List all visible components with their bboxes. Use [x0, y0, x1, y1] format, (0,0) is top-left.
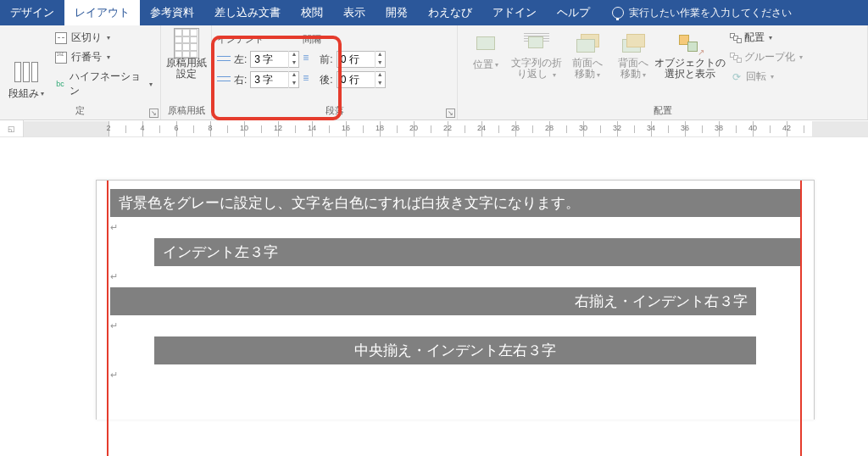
indent-left-icon	[217, 53, 231, 65]
align-icon	[730, 33, 742, 43]
tab-layout[interactable]: レイアウト	[64, 0, 140, 25]
columns-icon	[14, 62, 38, 82]
chevron-down-icon: ▾	[41, 90, 44, 97]
space-before-spinner[interactable]: ▲▼	[337, 51, 386, 68]
genkou-button[interactable]: 原稿用紙 設定	[164, 28, 209, 80]
bring-forward-icon	[575, 31, 600, 55]
page: 背景色をグレーに設定し、文字を白色にすれば白抜き文字になります。 ↵ インデント…	[96, 180, 815, 420]
hyphenation-button[interactable]: bc ハイフネーション▾	[52, 69, 155, 99]
indent-right-spinner[interactable]: ▲▼	[250, 71, 299, 88]
wrap-text-button[interactable]: 文字列の折 り返し ▾	[509, 28, 565, 81]
indent-left-label: 左:	[234, 53, 247, 67]
group-page-setup: 段組み▾ 区切り▾ 行番号▾ bc ハイフネーション▾ 定 ↘	[0, 25, 161, 120]
doc-line-4[interactable]: 中央揃え・インデント左右３字	[154, 336, 756, 364]
send-backward-button[interactable]: 背面へ 移動▾	[610, 28, 656, 81]
paragraph-group-label: 段落	[217, 103, 452, 120]
rotate-icon: ⟳	[730, 70, 743, 84]
arrange-group-label: 配置	[463, 103, 862, 120]
spin-up[interactable]: ▲	[375, 71, 385, 80]
indent-right-label: 右:	[234, 73, 247, 87]
indent-right-input[interactable]	[251, 74, 288, 86]
tab-addins[interactable]: アドイン	[482, 0, 547, 25]
margin-line-right	[800, 181, 802, 456]
genkou-icon	[174, 28, 199, 58]
line-numbers-icon	[55, 52, 67, 64]
indent-left-spinner[interactable]: ▲▼	[250, 51, 299, 68]
align-label: 配置	[744, 31, 765, 45]
ribbon: 段組み▾ 区切り▾ 行番号▾ bc ハイフネーション▾ 定 ↘	[0, 25, 868, 120]
tell-me-label: 実行したい作業を入力してください	[629, 6, 792, 20]
position-label: 位置	[473, 58, 493, 72]
tab-view[interactable]: 表示	[333, 0, 376, 25]
tell-me-search[interactable]: 実行したい作業を入力してください	[600, 0, 792, 25]
group-objects-label: グループ化	[744, 50, 795, 64]
paragraph-mark: ↵	[110, 222, 800, 233]
tab-design[interactable]: デザイン	[0, 0, 64, 25]
doc-line-3[interactable]: 右揃え・インデント右３字	[110, 287, 756, 315]
page-setup-group-label: 定	[5, 103, 155, 120]
spin-up[interactable]: ▲	[288, 71, 298, 80]
spin-down[interactable]: ▼	[288, 59, 298, 68]
chevron-down-icon: ▾	[107, 34, 110, 42]
space-before-label: 前:	[320, 53, 332, 67]
tab-review[interactable]: 校閲	[291, 0, 333, 25]
tab-waenabi[interactable]: わえなび	[418, 0, 482, 25]
chevron-down-icon: ▾	[107, 53, 110, 61]
spin-up[interactable]: ▲	[288, 51, 298, 59]
send-backward-icon	[620, 31, 646, 55]
document-area[interactable]: 背景色をグレーに設定し、文字を白色にすれば白抜き文字になります。 ↵ インデント…	[0, 137, 868, 456]
spin-down[interactable]: ▼	[375, 80, 385, 88]
bring-forward-button[interactable]: 前面へ 移動▾	[565, 28, 610, 81]
chevron-down-icon: ▾	[495, 61, 498, 69]
ruler-corner[interactable]: ◱	[0, 120, 24, 137]
align-button[interactable]: 配置▾	[727, 30, 805, 46]
indent-right-icon	[217, 74, 231, 86]
position-button[interactable]: 位置▾	[463, 28, 509, 72]
line-numbers-button[interactable]: 行番号▾	[52, 49, 155, 65]
genkou-group-label: 原稿用紙	[166, 103, 206, 120]
breaks-label: 区切り	[71, 31, 102, 45]
columns-button[interactable]: 段組み▾	[5, 57, 48, 101]
tab-help[interactable]: ヘルプ	[547, 0, 600, 25]
space-after-spinner[interactable]: ▲▼	[337, 71, 386, 88]
horizontal-ruler[interactable]: 24681012141618202224262830323436384042	[24, 121, 868, 136]
tab-mailings[interactable]: 差し込み文書	[204, 0, 291, 25]
indent-header: インデント	[217, 33, 299, 46]
selection-pane-icon: ↗	[677, 31, 703, 55]
group-genkou: 原稿用紙 設定 原稿用紙	[161, 25, 212, 120]
spin-up[interactable]: ▲	[375, 51, 385, 59]
indent-left-input[interactable]	[251, 53, 288, 65]
doc-line-2[interactable]: インデント左３字	[154, 238, 800, 266]
space-before-input[interactable]	[337, 53, 375, 65]
ruler-row: ◱ 24681012141618202224262830323436384042	[0, 120, 868, 137]
paragraph-mark: ↵	[110, 370, 800, 381]
group-arrange: 位置▾ 文字列の折 り返し ▾ 前面へ 移動▾ 背面へ 移動▾ ↗ オブジェクト…	[458, 25, 868, 120]
spin-down[interactable]: ▼	[288, 80, 298, 88]
group-icon	[730, 53, 742, 63]
breaks-button[interactable]: 区切り▾	[52, 30, 155, 46]
page-setup-launcher[interactable]: ↘	[149, 108, 159, 118]
position-icon	[473, 31, 498, 55]
spacing-header: 間隔	[303, 33, 385, 46]
doc-line-1[interactable]: 背景色をグレーに設定し、文字を白色にすれば白抜き文字になります。	[110, 189, 800, 217]
space-after-input[interactable]	[337, 74, 375, 86]
space-before-icon	[303, 53, 316, 65]
columns-label: 段組み	[8, 86, 39, 101]
ribbon-tabs: デザイン レイアウト 参考資料 差し込み文書 校閲 表示 開発 わえなび アドイ…	[0, 0, 868, 25]
tab-developer[interactable]: 開発	[376, 0, 418, 25]
margin-line-left	[107, 181, 108, 456]
space-after-icon	[303, 74, 316, 86]
selection-pane-label: オブジェクトの 選択と表示	[654, 58, 726, 80]
chevron-down-icon: ▾	[771, 73, 774, 81]
spin-down[interactable]: ▼	[375, 59, 385, 68]
chevron-down-icon: ▾	[597, 71, 600, 79]
break-icon	[55, 32, 67, 44]
tab-references[interactable]: 参考資料	[140, 0, 204, 25]
lightbulb-icon	[612, 7, 624, 19]
rotate-button[interactable]: ⟳ 回転▾	[727, 69, 805, 85]
paragraph-launcher[interactable]: ↘	[446, 108, 455, 118]
group-objects-button[interactable]: グループ化▾	[727, 49, 805, 65]
selection-pane-button[interactable]: ↗ オブジェクトの 選択と表示	[656, 28, 724, 80]
chevron-down-icon: ▾	[553, 71, 556, 79]
hyphenation-label: ハイフネーション	[70, 70, 144, 98]
